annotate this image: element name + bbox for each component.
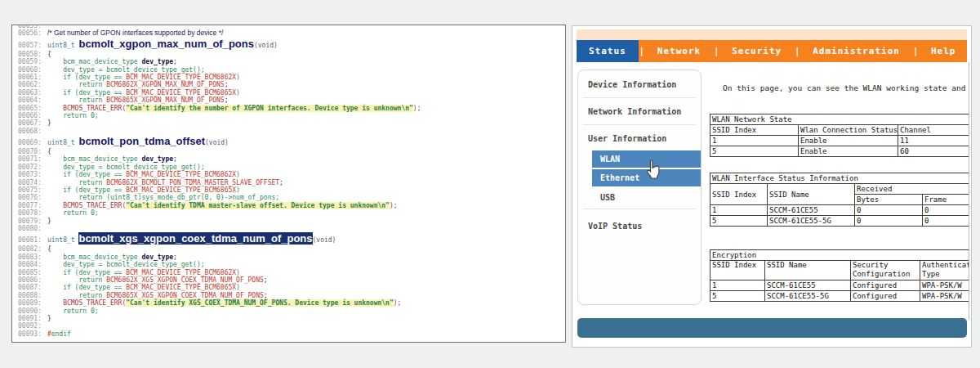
code-segment: BCM_MAC_DEVICE_TYPE_BCM6862X xyxy=(126,74,236,81)
code-segment: BCM6862X_XGS_XGPON_COEX_TDMA_NUM_OF_PONS xyxy=(106,276,264,284)
line-number: 00059: xyxy=(18,58,42,65)
table-cell: 0 xyxy=(923,205,970,216)
code-segment: BCM_MAC_DEVICE_TYPE_BCM6865X xyxy=(126,186,236,194)
code-segment: ) xyxy=(236,284,240,291)
column-header: Authentication Type xyxy=(920,261,970,280)
line-number: 00058: xyxy=(18,51,42,58)
line-number: 00069: xyxy=(18,139,42,146)
code-line: 00077: BCMOS_TRACE_ERR("Can't identify T… xyxy=(18,202,565,209)
table-cell: 0 xyxy=(855,205,923,216)
code-line: 00064: return BCM6865X_XGPON_MAX_NUM_OF_… xyxy=(18,96,565,104)
code-segment: ; xyxy=(173,58,177,65)
nav-tab-network[interactable]: Network xyxy=(645,40,713,62)
code-segment: BCMOS_TRACE_ERR( xyxy=(47,105,126,112)
code-segment: { xyxy=(47,148,51,155)
table-cell: Enable xyxy=(799,136,898,146)
code-segment: dev_type xyxy=(142,254,174,261)
code-segment: BCM_MAC_DEVICE_TYPE_BCM6862X xyxy=(126,171,236,178)
line-number: 00086: xyxy=(18,276,42,284)
code-segment: BCM6862X_BCMOLT_PON_TDMA_MASTER_SLAVE_OF… xyxy=(106,179,279,186)
table-cell: 1 xyxy=(710,205,768,216)
code-segment: return 0; xyxy=(47,112,99,119)
table-title: WLAN Network State xyxy=(710,114,970,125)
line-number: 00066: xyxy=(18,112,42,119)
tables-container: WLAN Network StateSSID IndexWlan Connect… xyxy=(709,114,969,302)
hand-cursor-icon xyxy=(644,159,662,180)
nav-separator: | xyxy=(912,47,919,56)
code-segment: endif xyxy=(51,330,71,338)
nav-tab-status[interactable]: Status xyxy=(577,40,639,62)
code-segment: if (dev_type == xyxy=(47,74,126,81)
code-segment: bcm_mac_device_type xyxy=(47,254,142,261)
line-number: 00065: xyxy=(18,105,42,112)
code-segment: ); xyxy=(390,202,398,209)
code-line: 00087: if (dev_type == BCM_MAC_DEVICE_TY… xyxy=(18,284,565,291)
code-segment: return xyxy=(47,179,106,186)
nav-tab-help[interactable]: Help xyxy=(919,40,969,62)
code-line: 00073: if (dev_type == BCM_MAC_DEVICE_TY… xyxy=(18,171,565,178)
line-number: 00073: xyxy=(18,171,42,178)
table-cell: Configured xyxy=(851,280,920,291)
nav-tab-security[interactable]: Security xyxy=(719,40,794,62)
code-segment: { xyxy=(47,245,51,253)
nav-separator: | xyxy=(794,47,800,56)
code-line: 00061: if (dev_type == BCM_MAC_DEVICE_TY… xyxy=(18,74,565,81)
function-name: bcmolt_pon_tdma_offset xyxy=(78,135,205,147)
table-wlan-interface-status-information: WLAN Interface Status InformationSSID In… xyxy=(710,173,969,227)
line-number: 00088: xyxy=(18,292,42,299)
code-segment: ; xyxy=(225,96,229,104)
code-segment: dev_type = bcmolt_device_type_get(); xyxy=(47,66,205,74)
table-cell: 60 xyxy=(898,146,970,157)
line-number: 00062: xyxy=(18,81,42,88)
code-segment: if (dev_type == xyxy=(47,89,126,96)
code-segment: } xyxy=(47,218,51,225)
code-segment: bcm_mac_device_type xyxy=(47,58,142,65)
sidebar-item-user-information[interactable]: User Information xyxy=(578,127,701,150)
code-segment: dev_type = bcmolt_device_type_get(); xyxy=(47,164,205,171)
sidebar-item-usb[interactable]: USB xyxy=(592,188,701,207)
sidebar-item-device-information[interactable]: Device Information xyxy=(578,73,701,96)
sidebar-item-network-information[interactable]: Network Information xyxy=(578,100,701,123)
sidebar-divider xyxy=(583,97,696,98)
code-segment: BCM_MAC_DEVICE_TYPE_BCM6865X xyxy=(126,89,236,96)
sidebar-divider xyxy=(583,209,696,209)
code-segment: ) xyxy=(236,186,240,194)
code-segment: (void) xyxy=(205,139,229,146)
top-banner xyxy=(577,29,967,40)
sidebar-item-voip-status[interactable]: VoIP Status xyxy=(578,211,701,237)
code-segment: ) xyxy=(236,171,240,178)
code-segment: ; xyxy=(173,155,177,163)
line-number: 00057: xyxy=(18,42,42,49)
code-line: 00084: dev_type = bcmolt_device_type_get… xyxy=(18,261,565,268)
code-line: 00062: return BCM6862X_XGPON_MAX_NUM_OF_… xyxy=(18,81,565,88)
code-segment: if (dev_type == xyxy=(47,186,126,194)
code-segment: "Can't identify the number of XGPON inte… xyxy=(126,105,413,112)
code-segment: /* Get number of GPON interfaces support… xyxy=(47,29,223,37)
sidebar-divider xyxy=(583,124,696,125)
line-number: 00071: xyxy=(18,155,42,163)
code-segment: { xyxy=(47,51,51,58)
code-segment: return 0; xyxy=(47,209,99,217)
table-row: 1SCCM-61CE5500 xyxy=(710,205,970,216)
sidebar: Device InformationNetwork InformationUse… xyxy=(577,70,702,305)
column-header: SSID Name xyxy=(765,261,851,280)
code-line: 00076: return (uint8_t)sys_mode_db_ptr(0… xyxy=(18,194,565,201)
code-segment: BCM6862X_XGPON_MAX_NUM_OF_PONS xyxy=(106,81,225,88)
line-number: 00092: xyxy=(18,322,42,330)
code-segment: ; xyxy=(264,292,268,299)
table-cell: 0 xyxy=(923,216,970,227)
code-line: 00092: xyxy=(18,322,565,330)
column-header: SSID Index xyxy=(710,125,799,136)
table-cell: 1 xyxy=(710,136,799,146)
line-number: 00063: xyxy=(18,89,42,96)
table-cell: 1 xyxy=(710,280,765,291)
table-cell: SCCM-61CE55-5G xyxy=(768,216,855,227)
table-cell: SCCM-61CE55-5G xyxy=(765,291,851,302)
line-number: 00080: xyxy=(18,225,42,232)
code-line: 00074: return BCM6862X_BCMOLT_PON_TDMA_M… xyxy=(18,179,565,186)
code-line: 00083: bcm_mac_device_type dev_type; xyxy=(18,254,565,261)
table-row: 1Enable11 xyxy=(710,136,970,146)
code-segment: return 0; xyxy=(47,307,99,315)
code-line: 00079:} xyxy=(18,218,565,225)
nav-tab-administration[interactable]: Administration xyxy=(800,40,912,62)
